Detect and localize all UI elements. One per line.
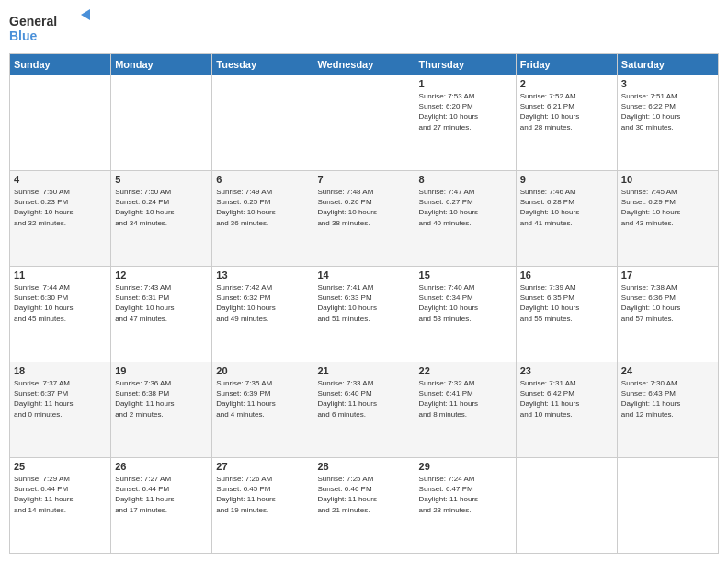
day-info: Sunrise: 7:27 AMSunset: 6:44 PMDaylight:…	[115, 474, 208, 515]
day-info: Sunrise: 7:39 AMSunset: 6:35 PMDaylight:…	[520, 282, 613, 324]
calendar-cell: 5Sunrise: 7:50 AMSunset: 6:24 PMDaylight…	[111, 171, 212, 267]
day-info: Sunrise: 7:44 AMSunset: 6:30 PMDaylight:…	[14, 282, 107, 324]
day-info: Sunrise: 7:33 AMSunset: 6:40 PMDaylight:…	[317, 378, 410, 419]
calendar-cell: 23Sunrise: 7:31 AMSunset: 6:42 PMDayligh…	[516, 362, 617, 458]
day-number: 23	[520, 365, 613, 376]
calendar-cell: 6Sunrise: 7:49 AMSunset: 6:25 PMDaylight…	[212, 171, 313, 267]
calendar-week-row: 25Sunrise: 7:29 AMSunset: 6:44 PMDayligh…	[10, 458, 719, 554]
day-number: 5	[115, 174, 208, 185]
day-number: 15	[419, 270, 512, 281]
svg-text:General: General	[9, 14, 57, 29]
day-header: Monday	[111, 54, 212, 75]
calendar-cell: 2Sunrise: 7:52 AMSunset: 6:21 PMDaylight…	[516, 75, 617, 171]
calendar-cell: 26Sunrise: 7:27 AMSunset: 6:44 PMDayligh…	[111, 458, 212, 554]
day-info: Sunrise: 7:41 AMSunset: 6:33 PMDaylight:…	[317, 282, 410, 324]
calendar-cell	[617, 458, 718, 554]
day-number: 25	[14, 461, 107, 472]
day-info: Sunrise: 7:52 AMSunset: 6:21 PMDaylight:…	[520, 91, 613, 132]
logo-svg: General Blue	[9, 9, 92, 46]
day-number: 26	[115, 461, 208, 472]
calendar-cell	[516, 458, 617, 554]
calendar-cell: 15Sunrise: 7:40 AMSunset: 6:34 PMDayligh…	[415, 267, 516, 362]
day-header: Saturday	[617, 54, 718, 75]
day-number: 29	[419, 461, 512, 472]
day-info: Sunrise: 7:42 AMSunset: 6:32 PMDaylight:…	[216, 282, 309, 324]
day-info: Sunrise: 7:50 AMSunset: 6:23 PMDaylight:…	[14, 187, 107, 228]
day-info: Sunrise: 7:36 AMSunset: 6:38 PMDaylight:…	[115, 378, 208, 419]
calendar-cell: 27Sunrise: 7:26 AMSunset: 6:45 PMDayligh…	[212, 458, 313, 554]
day-number: 12	[115, 270, 208, 281]
svg-text:Blue: Blue	[9, 29, 38, 43]
day-number: 8	[419, 174, 512, 185]
calendar-cell: 24Sunrise: 7:30 AMSunset: 6:43 PMDayligh…	[617, 362, 718, 458]
day-info: Sunrise: 7:30 AMSunset: 6:43 PMDaylight:…	[621, 378, 714, 419]
calendar-week-row: 11Sunrise: 7:44 AMSunset: 6:30 PMDayligh…	[10, 267, 719, 362]
calendar-cell: 18Sunrise: 7:37 AMSunset: 6:37 PMDayligh…	[10, 362, 111, 458]
day-info: Sunrise: 7:48 AMSunset: 6:26 PMDaylight:…	[317, 187, 410, 228]
day-info: Sunrise: 7:32 AMSunset: 6:41 PMDaylight:…	[419, 378, 512, 419]
day-number: 28	[317, 461, 410, 472]
page: General Blue SundayMondayTuesdayWednesda…	[0, 0, 728, 563]
day-number: 9	[520, 174, 613, 185]
day-number: 11	[14, 270, 107, 281]
day-header: Friday	[516, 54, 617, 75]
day-number: 24	[621, 365, 714, 376]
day-number: 7	[317, 174, 410, 185]
day-header: Sunday	[10, 54, 111, 75]
day-info: Sunrise: 7:35 AMSunset: 6:39 PMDaylight:…	[216, 378, 309, 419]
calendar-table: SundayMondayTuesdayWednesdayThursdayFrid…	[9, 53, 719, 554]
day-info: Sunrise: 7:51 AMSunset: 6:22 PMDaylight:…	[621, 91, 714, 132]
logo: General Blue	[9, 9, 92, 46]
calendar-cell: 10Sunrise: 7:45 AMSunset: 6:29 PMDayligh…	[617, 171, 718, 267]
calendar-cell: 16Sunrise: 7:39 AMSunset: 6:35 PMDayligh…	[516, 267, 617, 362]
calendar-cell: 21Sunrise: 7:33 AMSunset: 6:40 PMDayligh…	[313, 362, 415, 458]
day-info: Sunrise: 7:53 AMSunset: 6:20 PMDaylight:…	[419, 91, 512, 132]
day-info: Sunrise: 7:49 AMSunset: 6:25 PMDaylight:…	[216, 187, 309, 228]
svg-marker-2	[81, 9, 90, 20]
day-info: Sunrise: 7:40 AMSunset: 6:34 PMDaylight:…	[419, 282, 512, 324]
day-info: Sunrise: 7:31 AMSunset: 6:42 PMDaylight:…	[520, 378, 613, 419]
calendar-week-row: 4Sunrise: 7:50 AMSunset: 6:23 PMDaylight…	[10, 171, 719, 267]
day-info: Sunrise: 7:50 AMSunset: 6:24 PMDaylight:…	[115, 187, 208, 228]
day-number: 27	[216, 461, 309, 472]
calendar-cell: 7Sunrise: 7:48 AMSunset: 6:26 PMDaylight…	[313, 171, 415, 267]
day-number: 14	[317, 270, 410, 281]
day-info: Sunrise: 7:25 AMSunset: 6:46 PMDaylight:…	[317, 474, 410, 515]
day-header: Thursday	[415, 54, 516, 75]
day-number: 1	[419, 78, 512, 89]
calendar-cell: 8Sunrise: 7:47 AMSunset: 6:27 PMDaylight…	[415, 171, 516, 267]
day-number: 6	[216, 174, 309, 185]
calendar-cell	[10, 75, 111, 171]
day-number: 16	[520, 270, 613, 281]
calendar-cell: 28Sunrise: 7:25 AMSunset: 6:46 PMDayligh…	[313, 458, 415, 554]
calendar-cell: 9Sunrise: 7:46 AMSunset: 6:28 PMDaylight…	[516, 171, 617, 267]
day-number: 19	[115, 365, 208, 376]
day-info: Sunrise: 7:47 AMSunset: 6:27 PMDaylight:…	[419, 187, 512, 228]
calendar-cell: 14Sunrise: 7:41 AMSunset: 6:33 PMDayligh…	[313, 267, 415, 362]
header: General Blue	[9, 9, 719, 46]
day-info: Sunrise: 7:38 AMSunset: 6:36 PMDaylight:…	[621, 282, 714, 324]
calendar-cell: 25Sunrise: 7:29 AMSunset: 6:44 PMDayligh…	[10, 458, 111, 554]
calendar-cell: 12Sunrise: 7:43 AMSunset: 6:31 PMDayligh…	[111, 267, 212, 362]
day-number: 4	[14, 174, 107, 185]
calendar-cell: 4Sunrise: 7:50 AMSunset: 6:23 PMDaylight…	[10, 171, 111, 267]
day-number: 3	[621, 78, 714, 89]
day-info: Sunrise: 7:37 AMSunset: 6:37 PMDaylight:…	[14, 378, 107, 419]
day-info: Sunrise: 7:29 AMSunset: 6:44 PMDaylight:…	[14, 474, 107, 515]
day-info: Sunrise: 7:46 AMSunset: 6:28 PMDaylight:…	[520, 187, 613, 228]
calendar-cell: 1Sunrise: 7:53 AMSunset: 6:20 PMDaylight…	[415, 75, 516, 171]
day-number: 22	[419, 365, 512, 376]
day-info: Sunrise: 7:24 AMSunset: 6:47 PMDaylight:…	[419, 474, 512, 515]
day-info: Sunrise: 7:43 AMSunset: 6:31 PMDaylight:…	[115, 282, 208, 324]
day-number: 20	[216, 365, 309, 376]
calendar-cell: 11Sunrise: 7:44 AMSunset: 6:30 PMDayligh…	[10, 267, 111, 362]
calendar-cell: 20Sunrise: 7:35 AMSunset: 6:39 PMDayligh…	[212, 362, 313, 458]
day-header: Tuesday	[212, 54, 313, 75]
calendar-cell: 29Sunrise: 7:24 AMSunset: 6:47 PMDayligh…	[415, 458, 516, 554]
calendar-week-row: 1Sunrise: 7:53 AMSunset: 6:20 PMDaylight…	[10, 75, 719, 171]
calendar-cell	[212, 75, 313, 171]
calendar-cell: 22Sunrise: 7:32 AMSunset: 6:41 PMDayligh…	[415, 362, 516, 458]
day-number: 21	[317, 365, 410, 376]
calendar-cell: 19Sunrise: 7:36 AMSunset: 6:38 PMDayligh…	[111, 362, 212, 458]
calendar-cell: 17Sunrise: 7:38 AMSunset: 6:36 PMDayligh…	[617, 267, 718, 362]
